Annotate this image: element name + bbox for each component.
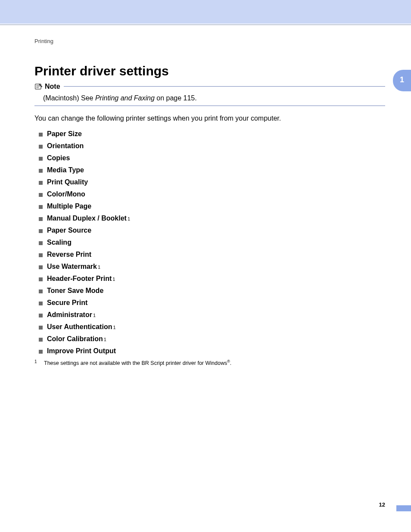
page-title: Printer driver settings [34, 64, 385, 78]
bullet-icon [39, 157, 43, 161]
setting-label: Scaling [47, 239, 72, 246]
note-suffix: on page 115. [155, 94, 197, 102]
bullet-icon [39, 277, 43, 281]
setting-label: Multiple Page [47, 202, 91, 210]
list-item: Color/Mono [39, 190, 385, 198]
note-label: Note [45, 83, 60, 90]
footnote: 1 These settings are not available with … [34, 359, 385, 366]
footnote-ref: 1 [128, 216, 130, 221]
list-item: Improve Print Output [39, 347, 385, 355]
bullet-icon [39, 133, 43, 137]
list-item: Orientation [39, 142, 385, 150]
setting-label: Toner Save Mode [47, 287, 103, 295]
list-item: Toner Save Mode [39, 287, 385, 295]
bullet-icon [39, 350, 43, 354]
bullet-icon [39, 181, 43, 185]
footnote-number: 1 [34, 359, 44, 366]
setting-label: Paper Source [47, 227, 91, 234]
list-item: Multiple Page [39, 202, 385, 210]
bullet-icon [39, 289, 43, 293]
setting-label: Print Quality [47, 178, 88, 186]
footnote-ref: 1 [113, 325, 115, 330]
setting-label: User Authentication [47, 323, 112, 331]
list-item: Administrator1 [39, 311, 385, 319]
footnote-ref: 1 [93, 313, 96, 318]
list-item: Paper Size [39, 130, 385, 138]
list-item: Paper Source [39, 227, 385, 234]
note-header: Note [34, 83, 64, 90]
bullet-icon [39, 169, 43, 173]
note-link[interactable]: Printing and Faxing [95, 94, 155, 102]
footnote-ref: 1 [104, 337, 106, 342]
bullet-icon [39, 193, 43, 197]
chapter-tab: 1 [393, 70, 411, 91]
registered-symbol: ® [227, 359, 230, 364]
setting-label: Improve Print Output [47, 347, 116, 355]
list-item: Media Type [39, 166, 385, 174]
page-content: Printing Printer driver settings Note (M… [0, 25, 411, 366]
bullet-icon [39, 229, 43, 233]
setting-label: Color/Mono [47, 190, 85, 198]
setting-label: Header-Footer Print [47, 275, 112, 283]
bullet-icon [39, 265, 43, 269]
bullet-icon [39, 241, 43, 245]
note-box: Note (Macintosh) See Printing and Faxing… [34, 86, 385, 106]
list-item: Copies [39, 154, 385, 162]
bullet-icon [39, 302, 43, 305]
bullet-icon [39, 205, 43, 209]
note-icon [34, 83, 43, 90]
setting-label: Reverse Print [47, 251, 91, 258]
list-item: Reverse Print [39, 251, 385, 258]
setting-label: Paper Size [47, 130, 82, 138]
settings-list: Paper Size Orientation Copies Media Type… [34, 130, 385, 355]
bullet-icon [39, 253, 43, 257]
bullet-icon [39, 145, 43, 149]
list-item: User Authentication1 [39, 323, 385, 331]
setting-label: Copies [47, 154, 70, 162]
footnote-ref: 1 [112, 277, 115, 282]
bullet-icon [39, 217, 43, 221]
setting-label: Use Watermark [47, 263, 97, 271]
setting-label: Administrator [47, 311, 92, 319]
breadcrumb: Printing [34, 38, 385, 44]
header-band [0, 0, 411, 24]
page-number-accent [396, 505, 411, 511]
list-item: Scaling [39, 239, 385, 246]
footnote-text-after: . [230, 360, 231, 366]
footnote-text: These settings are not available with th… [44, 359, 231, 366]
setting-label: Orientation [47, 142, 84, 150]
footnote-ref: 1 [98, 264, 100, 270]
page-number: 12 [379, 501, 385, 508]
bullet-icon [39, 314, 43, 317]
list-item: Manual Duplex / Booklet1 [39, 215, 385, 222]
bullet-icon [39, 338, 43, 342]
list-item: Color Calibration1 [39, 335, 385, 343]
bullet-icon [39, 326, 43, 330]
intro-text: You can change the following printer set… [34, 115, 385, 122]
note-body: (Macintosh) See Printing and Faxing on p… [34, 94, 385, 102]
setting-label: Manual Duplex / Booklet [47, 215, 127, 222]
list-item: Print Quality [39, 178, 385, 186]
note-prefix: (Macintosh) See [43, 94, 95, 102]
setting-label: Color Calibration [47, 335, 103, 343]
list-item: Use Watermark1 [39, 263, 385, 271]
footnote-text-before: These settings are not available with th… [44, 360, 227, 366]
setting-label: Media Type [47, 166, 84, 174]
setting-label: Secure Print [47, 299, 87, 307]
list-item: Header-Footer Print1 [39, 275, 385, 283]
list-item: Secure Print [39, 299, 385, 307]
